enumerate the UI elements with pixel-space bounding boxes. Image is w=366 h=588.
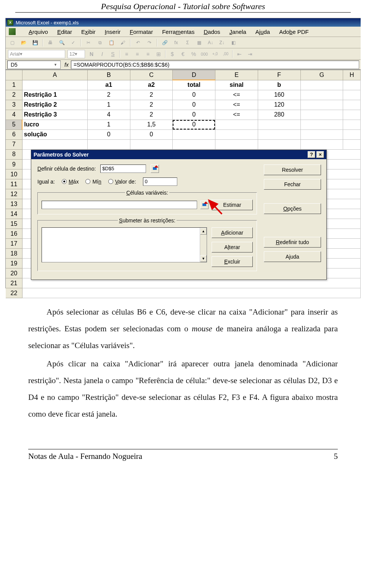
close-button[interactable]: Fechar [264,179,321,190]
underline-icon[interactable]: S [109,50,117,58]
row-header-5[interactable]: 5 [6,120,22,129]
cell[interactable] [343,120,361,129]
variables-input[interactable] [42,201,197,209]
cell[interactable]: 2 [87,90,130,100]
cell[interactable]: 1 [87,120,130,129]
row-header-7[interactable]: 7 [6,139,22,149]
cell[interactable]: Restrição 3 [22,110,87,120]
cell[interactable]: 1 [87,100,130,110]
row-header-10[interactable]: 10 [6,169,22,179]
col-header-C[interactable]: C [130,70,173,80]
cell[interactable] [300,100,343,110]
help-button[interactable]: Ajuda [264,251,321,262]
row-header-11[interactable]: 11 [6,179,22,189]
cell[interactable] [22,139,87,149]
scroll-up-icon[interactable]: ▲ [200,228,207,235]
cell[interactable] [258,139,300,149]
inc-indent-icon[interactable]: ⇥ [246,50,254,58]
cell[interactable]: 2 [130,100,173,110]
fx-icon[interactable]: fx [172,38,180,46]
options-button[interactable]: Opções [264,203,321,214]
save-icon[interactable]: 💾 [31,38,39,46]
menu-formatar[interactable]: Formatar [130,29,153,35]
cell[interactable]: 0 [173,100,215,110]
cell[interactable]: 0 [173,110,215,120]
cell[interactable] [215,129,258,139]
ref-picker-icon[interactable] [200,201,209,209]
preview-icon[interactable]: 🔍 [58,38,66,46]
cell[interactable]: 280 [258,110,300,120]
cell[interactable]: 0 [130,129,173,139]
cell[interactable]: total [173,80,215,90]
chart-icon[interactable]: ▦ [195,38,203,46]
sum-icon[interactable]: Σ [183,38,192,46]
redo-icon[interactable]: ↷ [145,38,154,46]
row-header-1[interactable]: 1 [6,80,22,90]
font-name-combo[interactable]: Arial▾ [8,50,65,58]
drawing-icon[interactable]: ◧ [229,38,238,46]
open-icon[interactable]: 📂 [19,38,28,46]
row-header-6[interactable]: 6 [6,129,22,139]
cell[interactable] [258,120,300,129]
copy-icon[interactable]: ⧉ [96,38,104,46]
help-button-icon[interactable]: ? [308,151,315,158]
cell[interactable]: a1 [87,80,130,90]
row-header-2[interactable]: 2 [6,90,22,100]
constraints-listbox[interactable]: ▲ ▼ [42,227,207,262]
cell[interactable] [173,129,215,139]
dec-decimal-icon[interactable]: ,00 [222,50,230,58]
inc-decimal-icon[interactable]: +,0 [211,50,219,58]
cell[interactable] [300,139,343,149]
sort-asc-icon[interactable]: A↓ [206,38,215,46]
row-header-8[interactable]: 8 [6,150,22,160]
cell[interactable]: Restrição 1 [22,90,87,100]
menu-janela[interactable]: Janela [230,29,246,35]
col-header-A[interactable]: A [22,70,87,80]
name-box[interactable]: D5 ▼ [7,61,61,69]
cell[interactable] [300,80,343,90]
menu-ferramentas[interactable]: Ferramentas [162,29,194,35]
cell[interactable]: 0 [87,129,130,139]
col-header-E[interactable]: E [215,70,258,80]
cell[interactable]: lucro [22,120,87,129]
cell[interactable] [258,129,300,139]
namebox-dropdown-icon[interactable]: ▼ [54,63,57,67]
cell[interactable] [300,110,343,120]
radio-max[interactable]: Máx [62,179,79,185]
target-cell-input[interactable]: $D$5 [100,165,146,173]
row-header-14[interactable]: 14 [6,209,22,219]
thousands-icon[interactable]: 000 [200,50,209,58]
align-center-icon[interactable]: ≡ [133,50,141,58]
cell[interactable]: 160 [258,90,300,100]
percent-icon[interactable]: % [189,50,198,58]
row-header-9[interactable]: 9 [6,160,22,169]
cell[interactable] [343,129,361,139]
cell[interactable] [343,80,361,90]
col-header-G[interactable]: G [300,70,343,80]
merge-icon[interactable]: ⊞ [154,50,163,58]
menu-exibir[interactable]: Exibir [81,29,96,35]
cell[interactable] [300,120,343,129]
menu-editar[interactable]: Editar [57,29,72,35]
cell[interactable]: 2 [130,90,173,100]
undo-icon[interactable]: ↶ [134,38,142,46]
align-right-icon[interactable]: ≡ [144,50,152,58]
cell[interactable]: 4 [87,110,130,120]
cell[interactable] [215,139,258,149]
new-icon[interactable]: ▢ [8,38,16,46]
cell[interactable] [215,120,258,129]
solve-button[interactable]: Resolver [264,165,321,175]
formula-input[interactable]: =SOMARPRODUTO(B5:C5;$B$6:$C$6) [71,61,359,69]
fx-label[interactable]: fx [62,62,71,68]
row-header-4[interactable]: 4 [6,110,22,120]
row-header-21[interactable]: 21 [6,278,22,288]
radio-min[interactable]: Mín [85,179,101,185]
select-all-corner[interactable] [6,70,22,80]
row-header-13[interactable]: 13 [6,199,22,209]
cell[interactable] [343,110,361,120]
cell[interactable] [173,139,215,149]
cell[interactable]: solução [22,129,87,139]
row-header-3[interactable]: 3 [6,100,22,110]
row-header-12[interactable]: 12 [6,189,22,199]
col-header-H[interactable]: H [343,70,361,80]
